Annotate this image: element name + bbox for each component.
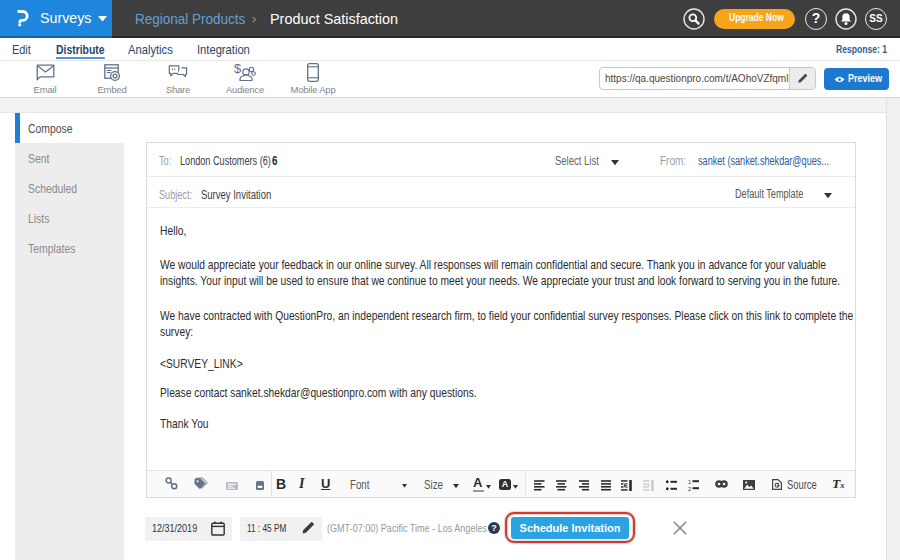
svg-text:1: 1: [688, 479, 691, 485]
svg-text:2: 2: [688, 486, 691, 491]
svg-text:$: $: [234, 62, 242, 76]
